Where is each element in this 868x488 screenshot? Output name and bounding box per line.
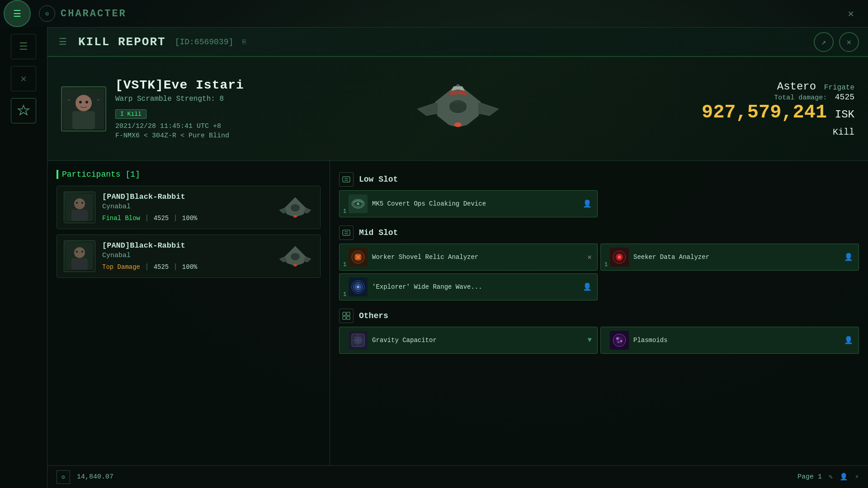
sidebar-menu-button[interactable]: ☰	[11, 34, 36, 59]
participants-panel[interactable]: Participants [1] [PAND]Black-Rabbit Cyna…	[47, 161, 330, 488]
svg-rect-3	[72, 111, 95, 129]
page-info: Page 1 ✎ 👤 ⚡	[797, 473, 859, 481]
copy-icon[interactable]: ⎘	[242, 38, 246, 46]
participant-percent: 100%	[182, 215, 198, 222]
participant-name: [PAND]Black-Rabbit	[102, 192, 270, 201]
relic-analyzer-name: Worker Shovel Relic Analyzer	[372, 253, 583, 261]
panel-menu-button[interactable]: ☰	[57, 34, 69, 50]
participant-ship-2	[277, 243, 313, 270]
participant-info-2: [PAND]Black-Rabbit Cynabal Top Damage | …	[102, 241, 270, 271]
filter-icon[interactable]: ⚡	[855, 473, 859, 481]
panel-close-button[interactable]: ✕	[839, 32, 859, 52]
item-qty: 1	[343, 208, 346, 215]
content-area: Participants [1] [PAND]Black-Rabbit Cyna…	[47, 161, 868, 488]
svg-point-56	[616, 337, 619, 340]
svg-point-31	[357, 202, 359, 205]
panel-id: [ID:6569039]	[175, 38, 234, 47]
sidebar-close-button[interactable]: ✕	[11, 66, 36, 91]
participants-title: Participants [1]	[57, 170, 321, 179]
low-slot-title: Low Slot	[359, 175, 398, 184]
svg-point-58	[618, 341, 619, 343]
mid-slot-title: Mid Slot	[359, 228, 398, 237]
svg-rect-49	[347, 316, 350, 319]
mid-slot-item-1[interactable]: 1 Worker Shovel Relic Analyzer ✕	[339, 244, 598, 271]
top-damage-label: Top Damage	[102, 263, 140, 271]
svg-point-57	[620, 340, 622, 342]
svg-point-17	[291, 204, 300, 211]
svg-rect-6	[68, 99, 70, 100]
panel-header: ☰ KILL REPORT [ID:6569039] ⎘ ↗ ✕	[47, 28, 868, 57]
participant-info: [PAND]Black-Rabbit Cynabal Final Blow | …	[102, 192, 270, 222]
separator4: |	[173, 263, 178, 271]
bottom-value: 14,840.07	[77, 473, 113, 481]
participant-ship	[277, 194, 313, 221]
svg-point-22	[76, 251, 78, 253]
others-section: Others Gravity Capacitor	[339, 304, 859, 354]
others-icon	[339, 309, 354, 323]
sidebar: ☰ ✕	[0, 27, 47, 488]
kill-badge: I Kill	[115, 109, 146, 119]
svg-point-4	[79, 101, 82, 103]
ship-type: Frigate	[824, 84, 854, 92]
top-bar: ☰ ⊙ CHARACTER ✕	[0, 0, 868, 27]
low-slot-items: 1 MK5 Covert Ops Cloaking Device 👤	[339, 190, 859, 217]
others-header: Others	[339, 304, 859, 327]
app-menu-button[interactable]: ☰	[4, 0, 31, 27]
page-label: Page 1	[797, 473, 822, 481]
person-icon-plasmoids[interactable]: 👤	[844, 336, 853, 345]
svg-rect-7	[97, 99, 99, 100]
person-icon[interactable]: 👤	[583, 199, 592, 208]
ship-name-type: Astero Frigate	[702, 80, 854, 93]
victim-avatar	[61, 86, 106, 131]
svg-marker-0	[18, 105, 29, 115]
seeker-analyzer-icon	[610, 248, 629, 267]
low-slot-icon	[339, 172, 354, 187]
participant-damage: 4525	[154, 215, 169, 222]
svg-point-10	[454, 122, 462, 127]
total-damage-label: Total damage:	[774, 94, 827, 102]
svg-point-45	[357, 286, 359, 288]
svg-point-2	[75, 95, 92, 111]
item-qty-explorer: 1	[343, 291, 346, 298]
sidebar-favorites-button[interactable]	[11, 98, 36, 123]
others-title: Others	[359, 311, 388, 320]
participant-stats: Final Blow | 4525 | 100%	[102, 214, 270, 222]
separator2: |	[173, 214, 178, 222]
kill-info: [VSTK]Eve Istari Warp Scramble Strength:…	[47, 57, 868, 161]
isk-line: 927,579,241 ISK	[702, 102, 854, 123]
panel-actions: ↗ ✕	[814, 32, 859, 52]
participant-avatar	[64, 192, 95, 223]
dropdown-icon[interactable]: ▼	[587, 336, 592, 344]
main-panel: ☰ KILL REPORT [ID:6569039] ⎘ ↗ ✕ [VSTK]E…	[47, 27, 868, 488]
others-item-2[interactable]: Plasmoids 👤	[600, 327, 859, 354]
participant-avatar-2	[64, 240, 95, 272]
mid-slot-icon	[339, 225, 354, 240]
participant-corp-2: Cynabal	[102, 252, 270, 259]
gravity-capacitor-icon	[349, 331, 368, 350]
isk-value: 927,579,241	[702, 102, 827, 123]
export-button[interactable]: ↗	[814, 32, 834, 52]
isk-label: ISK	[835, 108, 854, 121]
mid-slot-item-2[interactable]: 1 Seeker Data Analyzer 👤	[600, 244, 859, 271]
person-icon-bottom[interactable]: 👤	[840, 473, 848, 481]
app-close-button[interactable]: ✕	[843, 5, 859, 22]
ship-class: Astero	[777, 80, 816, 93]
others-item-1[interactable]: Gravity Capacitor ▼	[339, 327, 598, 354]
kill-stats: Astero Frigate Total damage: 4525 927,57…	[702, 80, 854, 137]
close-icon[interactable]: ✕	[587, 253, 592, 262]
bottom-bar: ⚙ 14,840.07 Page 1 ✎ 👤 ⚡	[47, 465, 868, 488]
participant-damage-2: 4525	[154, 263, 169, 271]
slots-panel[interactable]: Low Slot 1	[330, 161, 868, 488]
low-slot-item-1[interactable]: 1 MK5 Covert Ops Cloaking Device 👤	[339, 190, 598, 217]
participant-corp: Cynabal	[102, 203, 270, 211]
participant-card[interactable]: [PAND]Black-Rabbit Cynabal Final Blow | …	[57, 186, 321, 229]
edit-icon[interactable]: ✎	[829, 473, 833, 481]
person-icon-explorer[interactable]: 👤	[583, 282, 592, 291]
participant-percent-2: 100%	[182, 263, 198, 271]
svg-point-9	[449, 100, 467, 113]
person-icon-seeker[interactable]: 👤	[844, 253, 853, 262]
participant-card[interactable]: [PAND]Black-Rabbit Cynabal Top Damage | …	[57, 235, 321, 278]
mid-slot-item-3[interactable]: 1 'Explorer' Wide Range Wave... 👤	[339, 273, 598, 300]
plasmoids-icon	[610, 331, 629, 350]
relic-analyzer-icon	[349, 248, 368, 267]
